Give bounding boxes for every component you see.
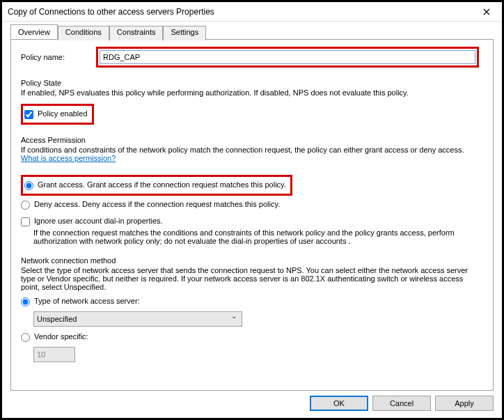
nas-type-select[interactable]: Unspecified <box>33 311 242 327</box>
ignore-dialin-checkbox[interactable] <box>21 217 30 226</box>
tab-settings[interactable]: Settings <box>163 26 206 40</box>
highlight-grant-access: Grant access. Grant access if the connec… <box>21 175 292 196</box>
tab-overview[interactable]: Overview <box>10 24 58 39</box>
tab-strip: Overview Conditions Constraints Settings <box>10 24 494 40</box>
ignore-dialin-label: Ignore user account dial-in properties. <box>34 217 163 225</box>
tab-panel-overview: Policy name: Policy State If enabled, NP… <box>10 40 494 391</box>
dialog-window: Copy of Connections to other access serv… <box>0 0 504 420</box>
ok-button[interactable]: OK <box>310 396 368 411</box>
network-connection-group: Network connection method Select the typ… <box>21 256 483 362</box>
cancel-button[interactable]: Cancel <box>372 396 431 411</box>
close-button[interactable] <box>471 2 502 22</box>
ignore-dialin-row: Ignore user account dial-in properties. <box>21 217 483 226</box>
access-permission-title: Access Permission <box>21 136 483 144</box>
close-icon <box>483 8 490 15</box>
content-area: Overview Conditions Constraints Settings… <box>2 22 502 391</box>
tab-conditions[interactable]: Conditions <box>58 26 109 40</box>
nas-type-row: Type of network access server: <box>21 297 483 306</box>
policy-state-desc: If enabled, NPS evaluates this policy wh… <box>21 88 483 97</box>
policy-enabled-label: Policy enabled <box>38 109 88 118</box>
network-connection-desc: Select the type of network access server… <box>21 266 483 291</box>
grant-access-radio[interactable] <box>24 181 33 190</box>
access-permission-desc: If conditions and constraints of the net… <box>21 146 483 162</box>
access-permission-link[interactable]: What is access permission? <box>21 154 116 162</box>
dialog-footer: OK Cancel Apply <box>2 391 502 418</box>
tab-constraints[interactable]: Constraints <box>109 26 164 40</box>
policy-state-title: Policy State <box>21 79 483 87</box>
vendor-specific-radio[interactable] <box>21 333 30 342</box>
highlight-policy-enabled: Policy enabled <box>21 104 94 125</box>
access-permission-group: Access Permission If conditions and cons… <box>21 136 483 245</box>
deny-access-radio[interactable] <box>21 201 30 210</box>
nas-type-select-wrap: Unspecified <box>21 309 242 327</box>
titlebar: Copy of Connections to other access serv… <box>2 2 502 22</box>
nas-type-radio[interactable] <box>21 297 30 306</box>
grant-access-row: Grant access. Grant access if the connec… <box>24 180 286 190</box>
vendor-specific-row: Vendor specific: <box>21 332 483 342</box>
policy-enabled-checkbox[interactable] <box>24 110 33 119</box>
access-permission-desc-text: If conditions and constraints of the net… <box>21 146 464 154</box>
deny-access-label: Deny access. Deny access if the connecti… <box>34 200 280 208</box>
policy-state-group: Policy State If enabled, NPS evaluates t… <box>21 79 483 125</box>
highlight-policy-name <box>96 47 479 68</box>
nas-type-label: Type of network access server: <box>34 297 140 305</box>
vendor-specific-label: Vendor specific: <box>34 332 88 341</box>
apply-button[interactable]: Apply <box>435 396 494 411</box>
policy-enabled-checkbox-row: Policy enabled <box>24 109 88 119</box>
deny-access-row: Deny access. Deny access if the connecti… <box>21 200 483 210</box>
ignore-dialin-desc: If the connection request matches the co… <box>33 228 483 245</box>
window-title: Copy of Connections to other access serv… <box>8 7 214 17</box>
network-connection-title: Network connection method <box>21 256 483 265</box>
policy-name-input[interactable] <box>100 50 475 64</box>
policy-name-row: Policy name: <box>21 47 483 68</box>
policy-name-label: Policy name: <box>21 53 96 61</box>
vendor-specific-spinner <box>33 347 75 362</box>
grant-access-label: Grant access. Grant access if the connec… <box>38 180 286 189</box>
